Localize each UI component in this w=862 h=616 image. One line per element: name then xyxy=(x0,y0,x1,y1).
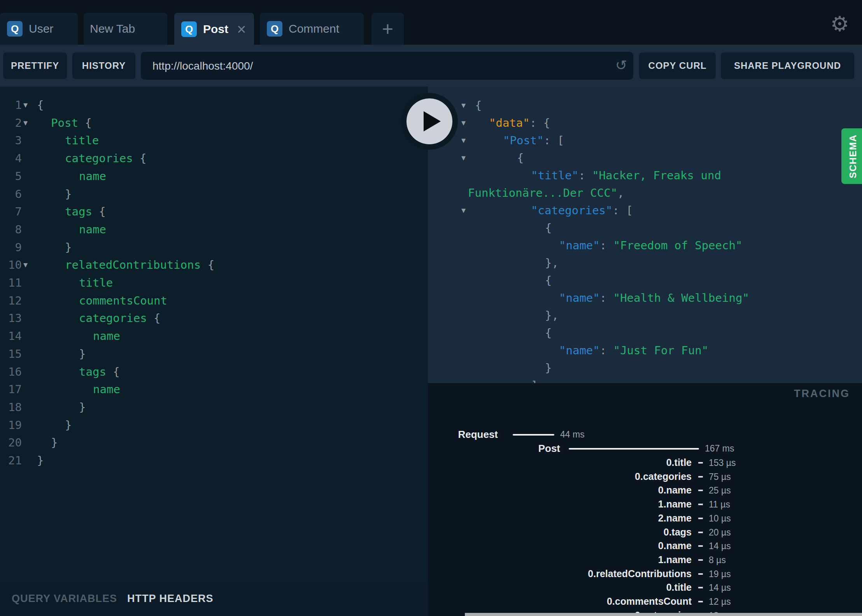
response-line: }, xyxy=(428,254,862,272)
editor-line: 1▾{ xyxy=(0,96,428,114)
tab-post[interactable]: QPost× xyxy=(174,13,254,46)
token-field: name xyxy=(93,329,120,343)
line-number: 9 xyxy=(0,238,22,256)
tab-user[interactable]: QUser xyxy=(0,13,78,45)
token-key: "name" xyxy=(559,239,600,252)
tracing-resolver-label: 0.title xyxy=(666,457,692,468)
token-punct: } xyxy=(37,454,44,467)
tab-comment[interactable]: QComment xyxy=(260,13,364,45)
http-headers-tab[interactable]: HTTP HEADERS xyxy=(127,593,214,605)
token-punct: : xyxy=(600,344,613,357)
reload-endpoint-icon[interactable]: ↺ xyxy=(615,57,627,73)
editor-line: 12commentsCount xyxy=(0,292,428,310)
settings-gear-icon[interactable]: ⚙ xyxy=(830,12,849,36)
code-text: ] xyxy=(531,376,538,383)
code-text: Post { xyxy=(51,114,92,132)
tracing-resolver-duration: 14 µs xyxy=(709,541,731,551)
code-text: } xyxy=(65,416,72,434)
editor-line: 14name xyxy=(0,327,428,345)
fold-arrow-icon[interactable]: ▾ xyxy=(461,201,466,219)
close-tab-icon[interactable]: × xyxy=(237,21,246,37)
token-punct: }, xyxy=(545,256,559,270)
tracing-resolver-label: 1.name xyxy=(658,554,692,565)
line-number: 8 xyxy=(0,220,22,238)
line-number: 10 xyxy=(0,256,22,274)
endpoint-url-input[interactable] xyxy=(152,52,608,80)
code-text: tags { xyxy=(79,363,120,381)
tracing-resolver-dash xyxy=(698,532,703,533)
token-key: "name" xyxy=(559,291,600,304)
query-variables-tab[interactable]: QUERY VARIABLES xyxy=(12,593,117,605)
tracing-resolver-dash xyxy=(698,545,703,547)
token-punct: : xyxy=(600,291,613,304)
line-number: 11 xyxy=(0,274,22,292)
line-number: 12 xyxy=(0,292,22,310)
tracing-horizontal-scrollbar[interactable] xyxy=(465,613,862,616)
tracing-span-duration: 167 ms xyxy=(705,443,734,454)
token-punct: { xyxy=(201,258,214,271)
token-str: "Health & Wellbeing" xyxy=(613,291,749,304)
token-punct: } xyxy=(65,187,72,201)
code-text: "categories": [ xyxy=(531,201,633,219)
code-text: { xyxy=(475,96,482,114)
editor-line: 11title xyxy=(0,274,428,292)
token-field: Post xyxy=(51,116,78,130)
editor-line: 15} xyxy=(0,345,428,363)
token-str: "Just For Fun" xyxy=(613,344,708,357)
token-dkey: "data" xyxy=(489,116,530,130)
tracing-resolver-dash xyxy=(698,490,703,491)
token-field: relatedContributions xyxy=(65,258,201,271)
editor-line: 19} xyxy=(0,416,428,434)
execute-query-button[interactable] xyxy=(401,93,458,150)
add-tab-button[interactable]: + xyxy=(371,13,404,45)
editor-line: 18} xyxy=(0,398,428,416)
response-line: { xyxy=(428,324,862,342)
fold-arrow-icon[interactable]: ▾ xyxy=(461,131,466,149)
tracing-title: TRACING xyxy=(794,388,850,400)
fold-arrow-icon[interactable]: ▾ xyxy=(23,114,28,132)
response-line: { xyxy=(428,271,862,289)
editor-line: 2▾Post { xyxy=(0,114,428,132)
tracing-resolver-duration: 12 µs xyxy=(709,597,731,607)
share-playground-button[interactable]: SHARE PLAYGROUND xyxy=(721,52,854,79)
tracing-resolver-dash xyxy=(698,476,703,478)
editor-bottom-bar: QUERY VARIABLES HTTP HEADERS xyxy=(0,582,428,616)
schema-sidebar-tab[interactable]: SCHEMA xyxy=(841,128,862,184)
token-punct: { xyxy=(37,98,44,112)
token-field: title xyxy=(65,134,99,147)
fold-arrow-icon[interactable]: ▾ xyxy=(461,96,466,114)
prettify-button[interactable]: PRETTIFY xyxy=(3,52,67,79)
tracing-span-label: Request xyxy=(458,429,498,441)
token-punct: { xyxy=(133,152,147,165)
token-punct: { xyxy=(545,221,552,234)
fold-arrow-icon[interactable]: ▾ xyxy=(461,114,466,132)
token-punct: { xyxy=(517,151,524,164)
token-punct: { xyxy=(78,116,92,130)
tracing-span-bar xyxy=(513,434,554,436)
schema-tab-label: SCHEMA xyxy=(848,134,858,178)
tracing-resolver-label: 0.title xyxy=(666,582,692,593)
tab-new-tab[interactable]: New Tab xyxy=(84,13,167,45)
token-punct: } xyxy=(65,418,72,432)
line-number: 7 xyxy=(0,203,22,220)
token-punct: { xyxy=(147,312,161,325)
response-line: }, xyxy=(428,306,862,324)
fold-arrow-icon[interactable]: ▾ xyxy=(23,96,28,114)
token-field: tags xyxy=(79,365,106,378)
tracing-resolver-dash xyxy=(698,573,703,575)
fold-arrow-icon[interactable]: ▾ xyxy=(23,256,28,274)
response-line: "name": "Just For Fun" xyxy=(428,341,862,359)
fold-arrow-icon[interactable]: ▾ xyxy=(461,149,466,167)
tracing-resolver-duration: 20 µs xyxy=(709,527,731,538)
token-punct: : xyxy=(578,169,592,182)
history-button[interactable]: HISTORY xyxy=(72,52,135,79)
tracing-resolver-duration: 11 µs xyxy=(709,499,730,510)
editor-line: 6} xyxy=(0,185,428,203)
code-text: categories { xyxy=(79,309,161,327)
line-number: 1 xyxy=(0,96,22,114)
code-text: }, xyxy=(545,306,559,324)
query-editor[interactable]: 1▾{2▾Post {3title4categories {5name6}7ta… xyxy=(0,87,428,582)
copy-curl-button[interactable]: COPY CURL xyxy=(639,52,716,79)
tracing-resolver-dash xyxy=(698,504,703,505)
tracing-resolver-label: 0.commentsCount xyxy=(607,596,692,607)
